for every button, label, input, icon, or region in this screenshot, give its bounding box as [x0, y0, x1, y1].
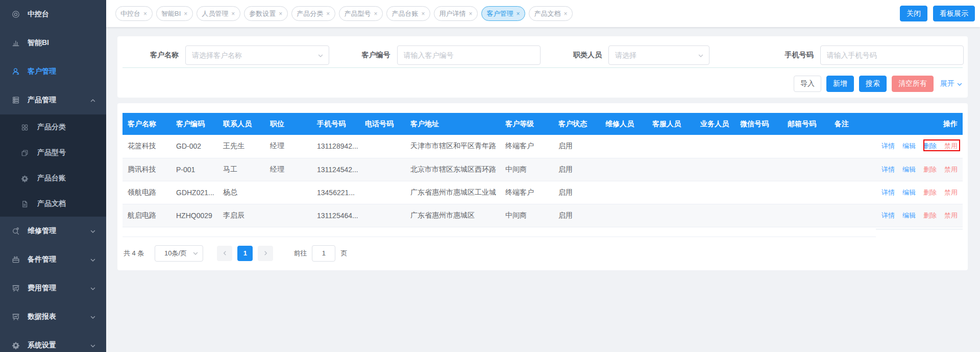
tab-tag-label: 智能BI	[161, 9, 181, 18]
filter-input-1[interactable]	[398, 46, 541, 64]
column-header: 手机号码	[312, 113, 360, 135]
sidebar-item-1[interactable]: 智能BI	[0, 29, 106, 57]
next-page-button[interactable]	[258, 246, 273, 261]
tab-tag-6[interactable]: 产品台账×	[386, 6, 430, 21]
table-cell	[782, 181, 829, 204]
sidebar-item-5[interactable]: 备件管理	[0, 245, 106, 274]
app-root: 中控台智能BI客户管理产品管理产品分类产品型号产品台账产品文档维修管理备件管理费…	[0, 0, 980, 352]
tab-close-icon[interactable]: ×	[516, 11, 520, 17]
goto-suffix: 页	[340, 249, 347, 258]
tab-tag-3[interactable]: 参数设置×	[244, 6, 288, 21]
op-disable-link[interactable]: 禁用	[944, 166, 958, 173]
chevron-down-icon	[90, 314, 96, 320]
row-actions: 详情编辑删除禁用	[873, 158, 963, 181]
tab-close-icon[interactable]: ×	[564, 11, 567, 17]
search-button[interactable]: 搜索	[859, 76, 887, 92]
clear-all-button[interactable]: 清空所有	[892, 76, 934, 92]
tab-tag-4[interactable]: 产品分类×	[291, 6, 335, 21]
tab-tag-9[interactable]: 产品文档×	[529, 6, 573, 21]
sidebar-subitem-3[interactable]: 产品文档	[0, 191, 106, 217]
sidebar-item-0[interactable]: 中控台	[0, 0, 106, 29]
op-disable-link[interactable]: 禁用	[944, 189, 958, 196]
op-delete-link[interactable]: 删除	[923, 189, 937, 196]
table-row-2[interactable]: 领航电路GDHZ021...杨总13456221...广东省惠州市惠城区工业城终…	[122, 181, 963, 204]
sidebar-item-6[interactable]: 费用管理	[0, 274, 106, 302]
goto-page-input[interactable]	[312, 245, 335, 262]
op-disable-link[interactable]: 禁用	[944, 212, 958, 219]
tab-tag-1[interactable]: 智能BI×	[156, 6, 193, 21]
tab-tag-label: 产品分类	[297, 9, 323, 18]
op-detail-link[interactable]: 详情	[881, 166, 895, 173]
row-actions: 详情编辑删除禁用	[873, 204, 963, 227]
table-cell	[695, 204, 735, 227]
tab-tag-0[interactable]: 中控台×	[115, 6, 153, 21]
filter-select-2[interactable]	[609, 46, 709, 64]
sidebar-item-7[interactable]: 数据报表	[0, 302, 106, 331]
current-page-button[interactable]: 1	[237, 246, 253, 261]
table-cell: 广东省惠州市惠城区	[405, 204, 500, 227]
table-cell: 启用	[553, 181, 600, 204]
table-cell: 北京市市辖区东城区西环路	[405, 158, 500, 181]
select-control	[608, 45, 709, 65]
tab-tag-5[interactable]: 产品型号×	[339, 6, 383, 21]
op-edit-link[interactable]: 编辑	[902, 189, 916, 196]
close-button[interactable]: 关闭	[900, 6, 927, 21]
category-grid-icon	[21, 124, 29, 131]
tab-close-icon[interactable]: ×	[421, 11, 425, 17]
tabbar: 中控台×智能BI×人员管理×参数设置×产品分类×产品型号×产品台账×用户详情×客…	[106, 0, 980, 27]
tab-close-icon[interactable]: ×	[184, 11, 187, 17]
sidebar-subitem-2[interactable]: 产品台账	[0, 166, 106, 191]
table-cell	[829, 181, 873, 204]
tab-close-icon[interactable]: ×	[469, 11, 472, 17]
board-display-button[interactable]: 看板展示	[933, 6, 975, 21]
table-row-3[interactable]: 航启电路HZHQ0029李启辰131125464...广东省惠州市惠城区中间商启…	[122, 204, 963, 227]
tab-tag-2[interactable]: 人员管理×	[197, 6, 240, 21]
import-button[interactable]: 导入	[794, 76, 821, 92]
filter-input-3[interactable]	[821, 46, 964, 64]
add-button[interactable]: 新增	[826, 76, 854, 92]
sidebar-subitem-1[interactable]: 产品型号	[0, 140, 106, 166]
tab-close-icon[interactable]: ×	[326, 11, 330, 17]
table-cell: 13456221...	[312, 181, 360, 204]
column-header: 职位	[265, 113, 312, 135]
sidebar-item-4[interactable]: 维修管理	[0, 217, 106, 245]
filter-field-label: 客户名称	[117, 51, 185, 60]
tab-close-icon[interactable]: ×	[143, 11, 147, 17]
sidebar-subitem-label: 产品文档	[37, 199, 66, 208]
op-delete-link[interactable]: 删除	[923, 166, 937, 173]
tab-close-icon[interactable]: ×	[231, 11, 235, 17]
filter-select-0[interactable]	[186, 46, 329, 64]
sidebar-item-8[interactable]: 系统设置	[0, 331, 106, 352]
op-edit-link[interactable]: 编辑	[902, 212, 916, 219]
table-cell	[782, 158, 829, 181]
table-cell	[360, 204, 405, 227]
tab-close-icon[interactable]: ×	[279, 11, 282, 17]
expand-link[interactable]: 展开	[940, 79, 963, 88]
sidebar-item-2[interactable]: 客户管理	[0, 57, 106, 86]
op-edit-link[interactable]: 编辑	[902, 166, 916, 173]
expense-icon	[12, 284, 20, 292]
table-cell: 王先生	[218, 135, 265, 158]
tab-tag-8[interactable]: 客户管理×	[481, 6, 525, 21]
table-cell: 天津市市辖区和平区青年路	[405, 135, 500, 158]
op-edit-link[interactable]: 编辑	[902, 142, 916, 150]
sidebar-item-3[interactable]: 产品管理	[0, 86, 106, 114]
table-row-0[interactable]: 花篮科技GD-002王先生经理131128942...天津市市辖区和平区青年路终…	[122, 135, 963, 158]
op-detail-link[interactable]: 详情	[881, 142, 895, 150]
op-delete-link[interactable]: 删除	[923, 142, 937, 150]
filter-form: 客户名称客户编号职类人员手机号码	[117, 45, 968, 65]
tab-tag-7[interactable]: 用户详情×	[434, 6, 478, 21]
op-disable-link[interactable]: 禁用	[944, 142, 958, 150]
op-detail-link[interactable]: 详情	[881, 189, 895, 196]
op-delete-link[interactable]: 删除	[923, 212, 937, 219]
op-detail-link[interactable]: 详情	[881, 212, 895, 219]
page-size-select[interactable]: 10条/页	[155, 245, 203, 262]
table-cell	[829, 135, 873, 158]
sidebar-subitem-0[interactable]: 产品分类	[0, 114, 106, 140]
fixed-column-patch	[876, 229, 963, 237]
tab-close-icon[interactable]: ×	[374, 11, 377, 17]
table-horizontal-scrollbar[interactable]	[122, 227, 963, 237]
prev-page-button[interactable]	[217, 246, 232, 261]
table-row-1[interactable]: 腾讯科技P-001马工经理131124542...北京市市辖区东城区西环路中间商…	[122, 158, 963, 181]
table-cell	[647, 158, 695, 181]
